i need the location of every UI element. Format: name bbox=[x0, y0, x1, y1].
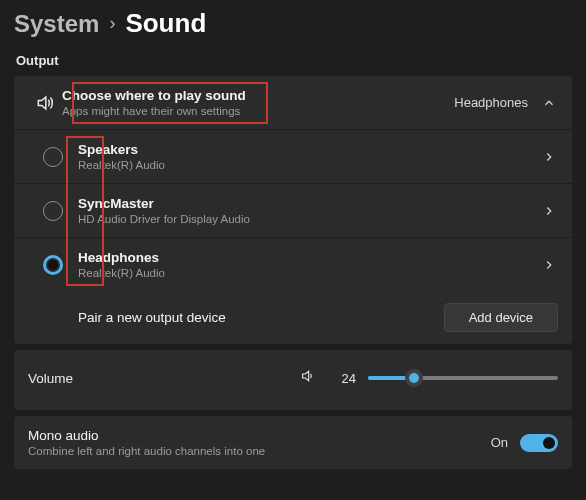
device-name-syncmaster: SyncMaster bbox=[78, 196, 540, 211]
mono-audio-label: Mono audio bbox=[28, 428, 491, 443]
speaker-icon bbox=[28, 93, 62, 113]
volume-slider[interactable] bbox=[368, 368, 558, 388]
radio-headphones[interactable] bbox=[43, 255, 63, 275]
output-section-label: Output bbox=[16, 53, 572, 68]
output-current-device: Headphones bbox=[454, 95, 528, 110]
volume-value: 24 bbox=[328, 371, 356, 386]
pair-device-row: Pair a new output device Add device bbox=[14, 291, 572, 344]
chevron-up-icon bbox=[540, 96, 558, 110]
device-driver-syncmaster: HD Audio Driver for Display Audio bbox=[78, 213, 540, 225]
chevron-right-icon[interactable] bbox=[540, 204, 558, 218]
device-driver-speakers: Realtek(R) Audio bbox=[78, 159, 540, 171]
output-header-subtitle: Apps might have their own settings bbox=[62, 105, 454, 117]
radio-speakers[interactable] bbox=[43, 147, 63, 167]
output-device-row-speakers[interactable]: Speakers Realtek(R) Audio bbox=[14, 129, 572, 183]
pair-device-label: Pair a new output device bbox=[78, 310, 444, 325]
breadcrumb: System › Sound bbox=[14, 8, 572, 39]
chevron-right-icon[interactable] bbox=[540, 150, 558, 164]
volume-label: Volume bbox=[28, 371, 118, 386]
page-title: Sound bbox=[125, 8, 206, 39]
breadcrumb-separator: › bbox=[109, 13, 115, 34]
volume-card: Volume 24 bbox=[14, 350, 572, 410]
mono-audio-desc: Combine left and right audio channels in… bbox=[28, 445, 491, 457]
device-name-speakers: Speakers bbox=[78, 142, 540, 157]
chevron-right-icon[interactable] bbox=[540, 258, 558, 272]
mono-audio-card: Mono audio Combine left and right audio … bbox=[14, 416, 572, 469]
radio-syncmaster[interactable] bbox=[43, 201, 63, 221]
mono-audio-state: On bbox=[491, 435, 508, 450]
breadcrumb-parent[interactable]: System bbox=[14, 10, 99, 38]
output-device-row-headphones[interactable]: Headphones Realtek(R) Audio bbox=[14, 237, 572, 291]
volume-speaker-icon[interactable] bbox=[300, 368, 316, 388]
device-driver-headphones: Realtek(R) Audio bbox=[78, 267, 540, 279]
output-card: Choose where to play sound Apps might ha… bbox=[14, 76, 572, 344]
add-device-button[interactable]: Add device bbox=[444, 303, 558, 332]
output-header-row[interactable]: Choose where to play sound Apps might ha… bbox=[14, 76, 572, 129]
mono-audio-toggle[interactable] bbox=[520, 434, 558, 452]
device-name-headphones: Headphones bbox=[78, 250, 540, 265]
output-header-title: Choose where to play sound bbox=[62, 88, 454, 103]
output-device-row-syncmaster[interactable]: SyncMaster HD Audio Driver for Display A… bbox=[14, 183, 572, 237]
